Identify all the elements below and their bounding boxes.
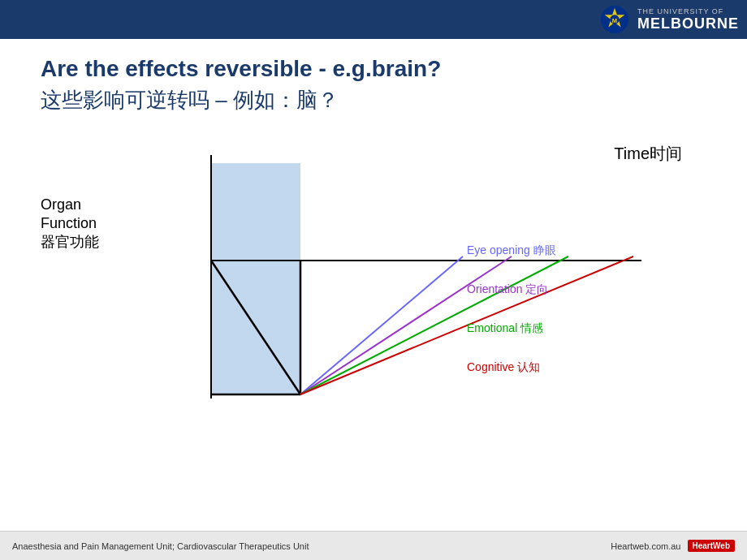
university-name-top: THE UNIVERSITY OF <box>637 7 723 15</box>
university-logo: M THE UNIVERSITY OF MELBOURNE <box>598 4 739 35</box>
main-content: Are the effects reversible - e.g.brain? … <box>0 39 747 531</box>
footer-right-text: Heartweb.com.au <box>611 541 680 551</box>
footer: Anaesthesia and Pain Management Unit; Ca… <box>0 531 747 560</box>
svg-text:M: M <box>612 17 617 24</box>
main-title: Are the effects reversible - e.g.brain? <box>41 55 715 83</box>
footer-right: Heartweb.com.au HeartWeb <box>611 540 735 552</box>
chart-svg: Eye opening 睁眼 Orientation 定向 Emotional … <box>114 131 698 439</box>
eye-opening-label: Eye opening 睁眼 <box>467 243 556 256</box>
top-bar: M THE UNIVERSITY OF MELBOURNE <box>0 0 747 39</box>
title-section: Are the effects reversible - e.g.brain? … <box>41 55 715 114</box>
crest-icon: M <box>598 4 631 35</box>
heartweb-logo: HeartWeb <box>688 540 736 552</box>
footer-left-text: Anaesthesia and Pain Management Unit; Ca… <box>12 541 309 551</box>
cognitive-label: Cognitive 认知 <box>467 360 540 373</box>
orientation-label: Orientation 定向 <box>467 282 548 295</box>
y-axis-label: Organ Function 器官功能 <box>41 196 99 252</box>
emotional-label: Emotional 情感 <box>467 321 543 334</box>
university-name-block: THE UNIVERSITY OF MELBOURNE <box>637 7 739 32</box>
sub-title: 这些影响可逆转吗 – 例如：脑？ <box>41 86 715 114</box>
chart-area: Organ Function 器官功能 Time时间 <box>41 131 706 439</box>
university-name-main: MELBOURNE <box>637 15 739 32</box>
eye-opening-line <box>300 256 463 394</box>
